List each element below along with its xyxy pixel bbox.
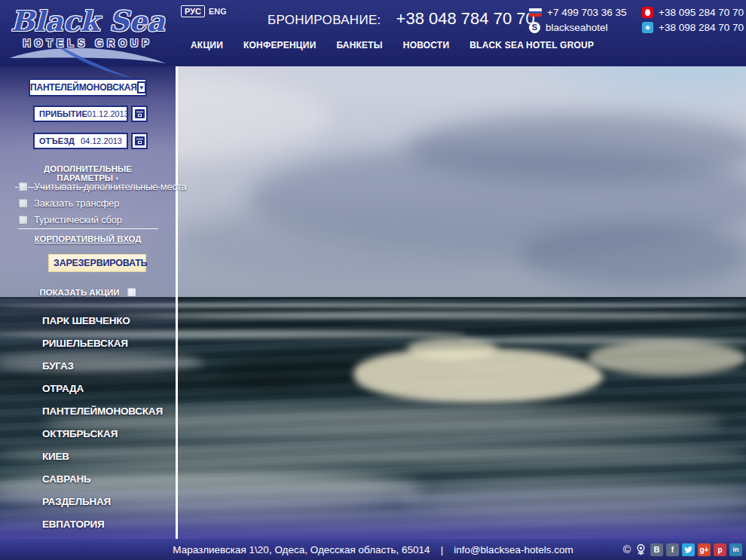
tourist-tax-checkbox[interactable] xyxy=(18,215,28,225)
contact-row: S blackseahotel xyxy=(529,22,642,33)
wave-splash xyxy=(354,348,603,402)
google-plus-icon[interactable]: g+ xyxy=(698,543,711,556)
reserve-button[interactable]: ЗАРЕЗЕРВИРОВАТЬ xyxy=(48,254,146,272)
kyivstar-icon: ★ xyxy=(642,22,653,33)
departure-row: ОТЪЕЗД 04.12.2013 xyxy=(33,133,148,149)
corporate-login-link[interactable]: КОРПОРАТИВНЫЙ ВХОД xyxy=(0,234,176,243)
contact-phone: +38 095 284 70 70 xyxy=(659,7,744,18)
nav-item-promos[interactable]: АКЦИИ xyxy=(191,40,223,50)
chevron-down-icon[interactable]: ▼ xyxy=(137,81,146,93)
calendar-icon xyxy=(135,136,145,145)
arrival-calendar-button[interactable] xyxy=(131,106,148,122)
copyright-icon: © xyxy=(623,543,631,555)
hotel-menu-item[interactable]: РИШЕЛЬЕВСКАЯ xyxy=(42,332,163,355)
photo-cloud xyxy=(173,207,580,279)
logo-subtitle: HOTELS GROUP xyxy=(0,37,176,49)
page: РУС ENG БРОНИРОВАНИЕ: +38 048 784 70 70 … xyxy=(0,0,746,560)
option-label: Учитывать дополнительные места xyxy=(34,181,187,192)
nav-item-group[interactable]: BLACK SEA HOTEL GROUP xyxy=(469,40,594,50)
footer-icons: © В f g+ p in xyxy=(623,539,742,560)
option-row: Туристический сбор xyxy=(18,214,187,225)
address-divider: | xyxy=(441,544,444,555)
hotel-menu-item[interactable]: ПАНТЕЛЕЙМОНОВСКАЯ xyxy=(42,400,163,423)
show-promos-toggle: ПОКАЗАТЬ АКЦИИ xyxy=(0,287,176,297)
lang-rus-button[interactable]: РУС xyxy=(181,5,205,17)
departure-date-field[interactable]: ОТЪЕЗД 04.12.2013 xyxy=(33,133,128,149)
show-promos-label: ПОКАЗАТЬ АКЦИИ xyxy=(39,288,119,297)
facebook-icon[interactable]: f xyxy=(666,543,679,556)
linkedin-icon[interactable]: in xyxy=(729,543,742,556)
transfer-checkbox[interactable] xyxy=(18,198,28,208)
option-label: Туристический сбор xyxy=(34,214,122,225)
photo-cloud xyxy=(407,113,746,185)
extra-beds-checkbox[interactable] xyxy=(18,182,28,191)
main-nav: АКЦИИ КОНФЕРЕНЦИИ БАНКЕТЫ НОВОСТИ BLACK … xyxy=(191,40,594,50)
booking-phone: +38 048 784 70 70 xyxy=(396,9,535,29)
wave-foam xyxy=(113,312,746,319)
award-badge-icon[interactable] xyxy=(634,543,647,556)
contact-list: +7 499 703 36 35 +38 095 284 70 70 S bla… xyxy=(529,7,744,33)
skype-icon: S xyxy=(529,22,540,33)
booking-phone-block: БРОНИРОВАНИЕ: +38 048 784 70 70 xyxy=(268,9,535,29)
show-promos-checkbox[interactable] xyxy=(127,287,136,297)
nav-item-news[interactable]: НОВОСТИ xyxy=(403,40,449,50)
contact-phone: +7 499 703 36 35 xyxy=(547,7,626,18)
hotel-menu-item[interactable]: БУГАЗ xyxy=(42,355,163,378)
departure-calendar-button[interactable] xyxy=(131,133,148,149)
hotel-menu-item[interactable]: САВРАНЬ xyxy=(42,468,163,491)
footer-bar: Маразлиевская 1\20, Одеса, Одесская обла… xyxy=(0,539,746,560)
skype-handle: blackseahotel xyxy=(546,22,608,33)
mts-icon xyxy=(642,7,653,18)
logo-title: Black Sea xyxy=(0,6,176,36)
arrival-label: ПРИБЫТИЕ xyxy=(39,109,87,118)
arrival-row: ПРИБЫТИЕ 01.12.2013 xyxy=(33,106,148,122)
contact-row: +7 499 703 36 35 xyxy=(529,7,642,18)
language-switch: РУС ENG xyxy=(181,5,227,17)
contact-row: +38 095 284 70 70 xyxy=(642,7,744,18)
arrival-value: 01.12.2013 xyxy=(87,109,129,118)
option-row: Заказать трансфер xyxy=(18,197,187,209)
nav-item-conferences[interactable]: КОНФЕРЕНЦИИ xyxy=(243,40,316,50)
hotel-select[interactable]: ПАНТЕЛЕЙМОНОВСКАЯ ▼ xyxy=(29,78,147,96)
hotel-menu-item[interactable]: ЕВПАТОРИЯ xyxy=(42,513,163,536)
departure-value: 04.12.2013 xyxy=(81,136,122,145)
address-text: Маразлиевская 1\20, Одеса, Одесская обла… xyxy=(173,544,430,555)
email-link[interactable]: info@blacksea-hotels.com xyxy=(454,544,573,555)
sidebar-separator xyxy=(176,66,178,539)
russia-flag-icon xyxy=(529,8,542,17)
departure-label: ОТЪЕЗД xyxy=(39,136,75,145)
photo-cloud xyxy=(520,222,746,286)
divider-line xyxy=(18,228,158,229)
hotel-menu-item[interactable]: ОКТЯБРЬСКАЯ xyxy=(42,423,163,445)
option-label: Заказать трансфер xyxy=(34,197,119,209)
contact-row: ★ +38 098 284 70 70 xyxy=(642,22,744,33)
contact-phone: +38 098 284 70 70 xyxy=(659,22,744,33)
calendar-icon xyxy=(135,109,145,118)
twitter-icon[interactable] xyxy=(682,543,695,556)
hotel-menu: ПАРК ШЕВЧЕНКО РИШЕЛЬЕВСКАЯ БУГАЗ ОТРАДА … xyxy=(42,310,163,536)
hotel-menu-item[interactable]: ОТРАДА xyxy=(42,378,163,400)
hotel-menu-item[interactable]: ПАРК ШЕВЧЕНКО xyxy=(42,310,163,332)
vk-icon[interactable]: В xyxy=(650,543,663,556)
hotel-menu-item[interactable]: КИЕВ xyxy=(42,445,163,468)
booking-label: БРОНИРОВАНИЕ: xyxy=(268,13,381,28)
nav-item-banquets[interactable]: БАНКЕТЫ xyxy=(336,40,382,50)
pinterest-icon[interactable]: p xyxy=(714,543,726,556)
twitter-bird-icon xyxy=(684,546,692,554)
arrival-date-field[interactable]: ПРИБЫТИЕ 01.12.2013 xyxy=(33,106,128,122)
option-row: Учитывать дополнительные места xyxy=(18,181,187,192)
hotel-select-value: ПАНТЕЛЕЙМОНОВСКАЯ xyxy=(30,82,137,93)
options-list: Учитывать дополнительные места Заказать … xyxy=(18,181,187,231)
wave-splash xyxy=(588,341,746,375)
hotel-menu-item[interactable]: РАЗДЕЛЬНАЯ xyxy=(42,491,163,513)
lang-eng-button[interactable]: ENG xyxy=(209,7,227,16)
logo[interactable]: Black Sea HOTELS GROUP xyxy=(0,6,176,49)
